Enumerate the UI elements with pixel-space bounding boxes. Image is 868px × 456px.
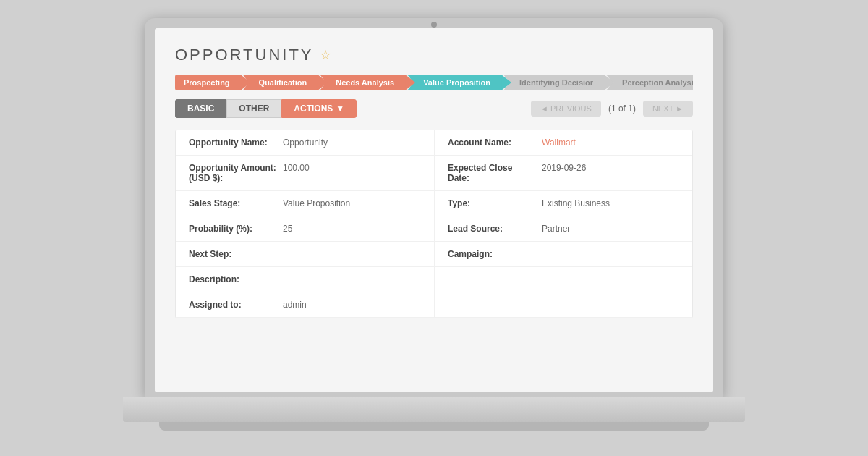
stage-perception-analysis[interactable]: Perception Analysis <box>606 75 693 90</box>
label-amount: Opportunity Amount:(USD $): <box>189 163 283 183</box>
label-description: Description: <box>189 274 283 284</box>
stage-value-proposition[interactable]: Value Proposition <box>407 75 502 90</box>
value-close-date: 2019-09-26 <box>542 163 679 173</box>
form-cell-description-left: Description: <box>176 267 434 292</box>
tab-row: BASIC OTHER ACTIONS ▼ ◄ PREVIOUS (1 of 1… <box>175 99 693 118</box>
tab-other[interactable]: OTHER <box>226 99 281 118</box>
form-cell-empty-right-6 <box>434 267 692 292</box>
value-lead-source: Partner <box>542 224 679 234</box>
laptop-foot <box>159 422 709 431</box>
page-count: (1 of 1) <box>604 104 640 114</box>
stage-prospecting[interactable]: Prospecting <box>175 75 242 90</box>
stage-identifying-decision[interactable]: Identifying Decisior <box>503 75 605 90</box>
previous-button[interactable]: ◄ PREVIOUS <box>531 101 601 117</box>
laptop-base <box>123 397 745 422</box>
laptop-frame: OPPORTUNITY ☆ Prospecting Qualification … <box>123 18 745 438</box>
star-icon[interactable]: ☆ <box>320 47 331 63</box>
nav-buttons: ◄ PREVIOUS (1 of 1) NEXT ► <box>531 101 693 117</box>
value-probability: 25 <box>283 224 421 234</box>
form-cell-assigned-left: Assigned to: admin <box>176 292 434 318</box>
form-cell-lead-source-right: Lead Source: Partner <box>434 216 692 242</box>
label-next-step: Next Step: <box>189 249 283 259</box>
form-cell-account-right: Account Name: Wallmart <box>434 130 692 156</box>
tab-actions[interactable]: ACTIONS ▼ <box>281 99 357 118</box>
value-sales-stage: Value Proposition <box>283 198 421 208</box>
form-cell-amount-left: Opportunity Amount:(USD $): 100.00 <box>176 156 434 191</box>
form-cell-sales-stage-left: Sales Stage: Value Proposition <box>176 191 434 216</box>
label-probability: Probability (%): <box>189 224 283 234</box>
value-opportunity-name: Opportunity <box>283 138 421 148</box>
tab-basic[interactable]: BASIC <box>175 99 226 118</box>
form-cell-next-step-left: Next Step: <box>176 242 434 267</box>
value-type: Existing Business <box>542 198 679 208</box>
value-assigned-to: admin <box>283 300 421 310</box>
form-cell-opp-name-left: Opportunity Name: Opportunity <box>176 130 434 156</box>
title-row: OPPORTUNITY ☆ <box>175 46 693 64</box>
label-assigned-to: Assigned to: <box>189 300 283 310</box>
form-cell-campaign-right: Campaign: <box>434 242 692 267</box>
screen-content: OPPORTUNITY ☆ Prospecting Qualification … <box>155 28 713 392</box>
laptop-screen: OPPORTUNITY ☆ Prospecting Qualification … <box>155 28 713 392</box>
label-type: Type: <box>448 198 542 208</box>
label-campaign: Campaign: <box>448 249 542 259</box>
form-cell-probability-left: Probability (%): 25 <box>176 216 434 242</box>
label-close-date: Expected CloseDate: <box>448 163 542 183</box>
form-cell-empty-right-7 <box>434 292 692 318</box>
stage-qualification[interactable]: Qualification <box>243 75 319 90</box>
label-sales-stage: Sales Stage: <box>189 198 283 208</box>
stage-needs-analysis[interactable]: Needs Analysis <box>320 75 406 90</box>
value-amount: 100.00 <box>283 163 421 173</box>
laptop-camera <box>431 22 437 28</box>
label-opportunity-name: Opportunity Name: <box>189 138 283 148</box>
form-panel: Opportunity Name: Opportunity Account Na… <box>175 130 693 318</box>
actions-chevron-icon: ▼ <box>336 104 344 114</box>
form-cell-type-right: Type: Existing Business <box>434 191 692 216</box>
page-title: OPPORTUNITY <box>175 46 314 64</box>
value-account-name[interactable]: Wallmart <box>542 138 679 148</box>
form-grid: Opportunity Name: Opportunity Account Na… <box>176 130 692 318</box>
form-cell-close-date-right: Expected CloseDate: 2019-09-26 <box>434 156 692 191</box>
laptop-screen-border: OPPORTUNITY ☆ Prospecting Qualification … <box>145 18 723 398</box>
actions-label: ACTIONS <box>294 104 333 114</box>
next-button[interactable]: NEXT ► <box>643 101 693 117</box>
label-lead-source: Lead Source: <box>448 224 542 234</box>
pipeline-stages: Prospecting Qualification Needs Analysis… <box>175 75 693 90</box>
label-account-name: Account Name: <box>448 138 542 148</box>
